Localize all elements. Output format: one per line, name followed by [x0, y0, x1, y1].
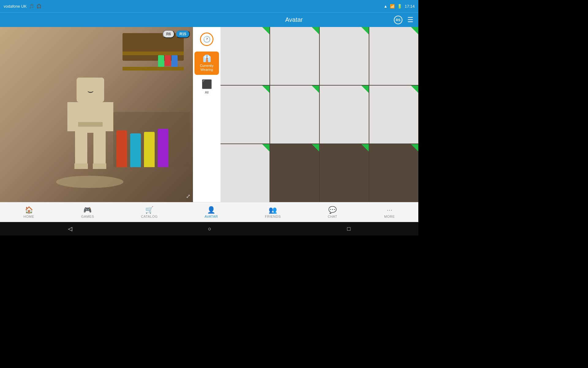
- friends-icon: 👥: [269, 206, 277, 214]
- char-platform: [56, 176, 123, 188]
- catalog-icon: 🛒: [145, 206, 153, 214]
- inv-item-11[interactable]: [320, 144, 369, 202]
- status-bar: vodafone UK 🎵 🎧 ▲ 📶 🔋 17:14: [0, 0, 418, 12]
- inv-item-8[interactable]: [369, 86, 418, 144]
- r6-button[interactable]: R6: [163, 30, 175, 38]
- clock-icon: 🕐: [203, 36, 211, 43]
- avatar-icon: 👤: [207, 206, 215, 214]
- torso-stripe: [75, 122, 106, 127]
- android-nav: ◁ ○ □: [0, 222, 418, 236]
- nav-avatar[interactable]: 👤 AVATAR: [198, 205, 224, 220]
- app-bar-title: Avatar: [285, 16, 303, 23]
- inv-item-4[interactable]: [369, 27, 418, 85]
- rs-button[interactable]: RS: [394, 16, 402, 24]
- app-bar-actions: RS ☰: [394, 16, 413, 24]
- inv-item-5[interactable]: [221, 86, 270, 144]
- menu-icon[interactable]: ☰: [407, 16, 413, 24]
- nav-games[interactable]: 🎮 GAMES: [75, 205, 100, 220]
- book-1: [172, 55, 178, 67]
- char-leg-left: [75, 131, 87, 165]
- side-panel-recent[interactable]: 🕐: [194, 29, 219, 50]
- games-icon: 🎮: [83, 206, 92, 214]
- inv-item-2[interactable]: [270, 27, 319, 85]
- battery-icon: 🔋: [397, 4, 402, 9]
- chat-icon: 💬: [328, 206, 337, 214]
- spotify-icon: 🎵: [29, 4, 34, 9]
- more-icon: ···: [387, 206, 392, 214]
- carrier-name: vodafone UK: [4, 4, 27, 9]
- nav-friends[interactable]: 👥 FRIENDS: [259, 205, 287, 220]
- book-2: [165, 55, 171, 66]
- android-home-button[interactable]: ○: [208, 226, 211, 232]
- time-display: 17:14: [405, 4, 415, 9]
- char-face: ⌣: [87, 85, 94, 97]
- nav-home[interactable]: 🏠 HOME: [17, 205, 40, 220]
- inv-item-6[interactable]: [270, 86, 319, 144]
- char-leg-right: [93, 131, 106, 165]
- mannequin-yellow: [144, 132, 155, 167]
- inv-item-12[interactable]: [369, 144, 418, 202]
- side-panel-currently-wearing[interactable]: 👔 CurrentlyWearing: [194, 52, 219, 75]
- android-recent-button[interactable]: □: [347, 226, 350, 232]
- inventory-grid: [221, 27, 418, 202]
- android-back-button[interactable]: ◁: [68, 225, 72, 232]
- char-foot-right: [93, 163, 106, 169]
- inv-item-3[interactable]: [320, 27, 369, 85]
- shelf-2: [123, 67, 184, 71]
- nav-catalog[interactable]: 🛒 CATALOG: [135, 205, 164, 220]
- inv-item-1[interactable]: [221, 27, 270, 85]
- shirt-icon: 👔: [203, 55, 211, 63]
- headphones-icon: 🎧: [36, 4, 41, 9]
- side-panel-all[interactable]: ⬛ All: [194, 76, 219, 98]
- status-right: ▲ 📶 🔋 17:14: [384, 4, 415, 9]
- book-3: [158, 55, 164, 67]
- home-icon: 🏠: [25, 206, 33, 214]
- nav-more[interactable]: ··· MORE: [378, 205, 401, 220]
- r15-button[interactable]: R15: [176, 30, 190, 38]
- mannequin-blue: [130, 133, 141, 167]
- side-panel: 🕐 👔 CurrentlyWearing ⬛ All: [193, 27, 221, 202]
- avatar-preview: ⌣ R6 R15 ⤢: [0, 27, 193, 202]
- char-torso: [75, 102, 106, 133]
- inv-item-10[interactable]: [270, 144, 319, 202]
- inv-item-9[interactable]: [221, 144, 270, 202]
- expand-icon[interactable]: ⤢: [186, 193, 190, 200]
- signal-icon: 📶: [390, 4, 395, 9]
- char-arm-left: [67, 102, 78, 131]
- avatar-character: ⌣: [60, 78, 121, 176]
- char-head: ⌣: [77, 78, 104, 102]
- nav-chat[interactable]: 💬 CHAT: [322, 205, 343, 220]
- shelf-1: [123, 52, 184, 55]
- mannequin-purple: [158, 129, 168, 167]
- clock-ring-icon: 🕐: [200, 33, 213, 46]
- status-left: vodafone UK 🎵 🎧: [4, 4, 41, 9]
- main-content: ⌣ R6 R15 ⤢: [0, 27, 418, 202]
- all-items-icon: ⬛: [202, 79, 212, 89]
- inv-item-7[interactable]: [320, 86, 369, 144]
- bottom-nav: 🏠 HOME 🎮 GAMES 🛒 CATALOG 👤 AVATAR 👥 FRIE…: [0, 202, 418, 222]
- char-arm-right: [103, 102, 113, 131]
- mannequin-area: [113, 112, 190, 167]
- app-bar: Avatar RS ☰: [0, 12, 418, 27]
- char-foot-left: [74, 163, 88, 169]
- wifi-icon: ▲: [384, 4, 388, 9]
- avatar-mode-toggle: R6 R15: [163, 30, 190, 38]
